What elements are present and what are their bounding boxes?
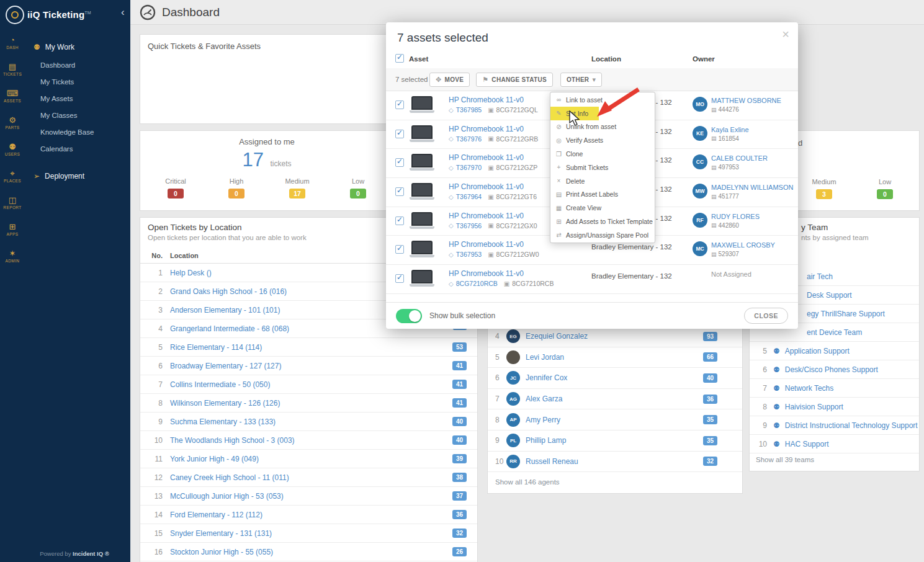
menu-item[interactable]: × Delete xyxy=(550,174,655,188)
menu-item[interactable]: ⊞ Add Assets to Ticket Template xyxy=(550,215,655,228)
agent-link[interactable]: Levi Jordan xyxy=(526,353,703,362)
sidebar-section-deployment[interactable]: ➢ Deployment xyxy=(25,167,130,184)
asset-name-link[interactable]: HP Chromebook 11-v0 xyxy=(449,182,524,191)
location-link[interactable]: The Woodlands High School - 3 (003) xyxy=(170,436,452,445)
team-link-fragment[interactable]: air Tech xyxy=(807,272,833,281)
location-link[interactable]: Ford Elementary - 112 (112) xyxy=(170,511,452,519)
asset-tag-link[interactable]: 8CG7210RCB xyxy=(456,280,498,287)
sidebar-item[interactable]: My Tickets xyxy=(25,74,130,91)
menu-item[interactable]: ▦ Create View xyxy=(550,201,655,215)
other-dropdown-button[interactable]: OTHER ▾ xyxy=(560,73,602,87)
change-status-button[interactable]: ⚑ CHANGE STATUS xyxy=(476,73,553,87)
team-link-fragment[interactable]: ent Device Team xyxy=(807,328,862,337)
team-people-icon: ⚉ xyxy=(773,440,780,448)
show-bulk-selection-toggle[interactable] xyxy=(396,309,422,323)
show-all-agents-link[interactable]: Show all 146 agents xyxy=(495,478,560,486)
team-link-fragment[interactable]: egy ThrillShare Support xyxy=(807,310,885,318)
owner-name-link[interactable]: CALEB COULTER xyxy=(711,154,768,162)
move-button[interactable]: ✥ MOVE xyxy=(429,73,470,87)
show-all-teams-link[interactable]: Show all 39 teams xyxy=(756,456,814,463)
sidebar-item[interactable]: Dashboard xyxy=(25,57,130,74)
rail-item[interactable]: ⌨ ASSETS xyxy=(0,88,25,112)
owner-name-link[interactable]: Not Assigned xyxy=(711,270,751,278)
location-link[interactable]: Snyder Elementary - 131 (131) xyxy=(170,529,452,538)
row-checkbox[interactable] xyxy=(395,187,404,196)
rail-item[interactable]: ⚙ PARTS xyxy=(0,115,25,139)
menu-item[interactable]: ∞ Link to asset xyxy=(550,93,655,107)
rail-item[interactable]: ⌖ PLACES xyxy=(0,168,25,192)
close-button[interactable]: CLOSE xyxy=(744,308,788,324)
menu-item[interactable]: ✎ Set Info xyxy=(550,107,655,120)
menu-item[interactable]: ⊘ Unlink from asset xyxy=(550,120,655,134)
rail-item[interactable]: ▤ TICKETS xyxy=(0,61,25,86)
menu-item[interactable]: ▤ Print Asset Labels xyxy=(550,188,655,202)
menu-item[interactable]: ❐ Clone xyxy=(550,147,655,161)
team-link[interactable]: Haivision Support xyxy=(785,403,843,411)
asset-name-link[interactable]: HP Chromebook 11-v0 xyxy=(449,96,524,104)
agent-link[interactable]: Russell Reneau xyxy=(526,457,703,466)
row-checkbox[interactable] xyxy=(395,245,404,254)
menu-item[interactable]: ⇄ Assign/Unassign Spare Pool xyxy=(550,228,655,242)
asset-tag-link[interactable]: T367964 xyxy=(456,193,482,200)
agent-link[interactable]: Amy Perry xyxy=(526,416,703,424)
severity-item: High 0 xyxy=(220,177,253,198)
owner-name-link[interactable]: MATTHEW OSBORNE xyxy=(711,97,781,104)
sidebar-item[interactable]: My Classes xyxy=(25,107,130,124)
agent-link[interactable]: Phillip Lamp xyxy=(526,436,703,445)
menu-item[interactable]: + Submit Tickets xyxy=(550,161,655,174)
team-link[interactable]: Desk/Cisco Phones Support xyxy=(785,365,878,374)
team-link[interactable]: Application Support xyxy=(785,347,850,355)
asset-name-link[interactable]: HP Chromebook 11-v0 xyxy=(449,212,524,220)
ticket-count-badge: 41 xyxy=(452,380,467,389)
sidebar-section-my-work[interactable]: ⚉ My Work xyxy=(25,38,130,55)
asset-tag-link[interactable]: T367953 xyxy=(456,251,482,258)
rail-item[interactable]: ✶ ADMIN xyxy=(0,248,25,272)
row-checkbox[interactable] xyxy=(395,216,404,225)
location-link[interactable]: Caney Creek High School - 11 (011) xyxy=(170,473,452,482)
agent-link[interactable]: Jennifer Cox xyxy=(526,373,703,382)
menu-item[interactable]: ◎ Verify Assets xyxy=(550,133,655,147)
row-checkbox[interactable] xyxy=(395,100,404,109)
rail-item[interactable]: ⚉ USERS xyxy=(0,141,25,166)
team-link[interactable]: Network Techs xyxy=(785,384,833,393)
row-checkbox[interactable] xyxy=(395,274,404,283)
location-link[interactable]: Collins Intermediate - 50 (050) xyxy=(170,380,452,389)
team-link-fragment[interactable]: Desk Support xyxy=(807,291,852,300)
asset-tag-icon: ◇ xyxy=(449,107,454,114)
rail-item[interactable]: ⊞ APPS xyxy=(0,221,25,246)
asset-name-link[interactable]: HP Chromebook 11-v0 xyxy=(449,153,524,162)
agent-link[interactable]: Ezequiel Gonzalez xyxy=(526,332,703,341)
table-row: 8 Wilkinson Elementary - 126 (126) 41 xyxy=(140,394,477,413)
location-link[interactable]: Suchma Elementary - 133 (133) xyxy=(170,417,452,426)
location-link[interactable]: Broadway Elementary - 127 (127) xyxy=(170,362,452,370)
owner-name-link[interactable]: MADELYNN WILLIAMSON xyxy=(711,184,793,191)
asset-tag-link[interactable]: T367985 xyxy=(456,106,482,114)
team-link[interactable]: HAC Support xyxy=(785,440,829,448)
rail-item[interactable]: ◔ DASH xyxy=(0,35,25,59)
sidebar-collapse-chevron-icon[interactable]: ‹ xyxy=(121,6,125,19)
asset-name-link[interactable]: HP Chromebook 11-v0 xyxy=(449,240,524,249)
location-link[interactable]: Stockton Junior High - 55 (055) xyxy=(170,548,452,556)
row-checkbox[interactable] xyxy=(395,158,404,167)
sidebar-item[interactable]: My Assets xyxy=(25,91,130,107)
asset-name-link[interactable]: HP Chromebook 11-v0 xyxy=(449,269,524,278)
owner-name-link[interactable]: MAXWELL CROSBY xyxy=(711,241,775,249)
location-link[interactable]: Wilkinson Elementary - 126 (126) xyxy=(170,399,452,408)
location-link[interactable]: York Junior High - 49 (049) xyxy=(170,455,452,463)
sidebar-item[interactable]: Knowledge Base xyxy=(25,124,130,141)
rail-item[interactable]: ◫ REPORT xyxy=(0,195,25,219)
location-link[interactable]: Rice Elementary - 114 (114) xyxy=(170,343,452,352)
sidebar-item[interactable]: Calendars xyxy=(25,141,130,158)
asset-name-link[interactable]: HP Chromebook 11-v0 xyxy=(449,125,524,133)
asset-tag-link[interactable]: T367976 xyxy=(456,135,482,143)
team-link[interactable]: District Instructional Technology Suppor… xyxy=(785,421,918,430)
asset-tag-link[interactable]: T367956 xyxy=(456,222,482,230)
asset-tag-link[interactable]: T367970 xyxy=(456,164,482,171)
agent-link[interactable]: Alex Garza xyxy=(526,395,703,403)
row-checkbox[interactable] xyxy=(395,130,404,138)
owner-name-link[interactable]: Kayla Exline xyxy=(711,126,749,133)
select-all-checkbox[interactable] xyxy=(395,54,404,63)
owner-name-link[interactable]: RUDY FLORES xyxy=(711,213,760,220)
location-link[interactable]: McCullough Junior High - 53 (053) xyxy=(170,492,452,501)
close-icon[interactable]: × xyxy=(782,27,789,42)
